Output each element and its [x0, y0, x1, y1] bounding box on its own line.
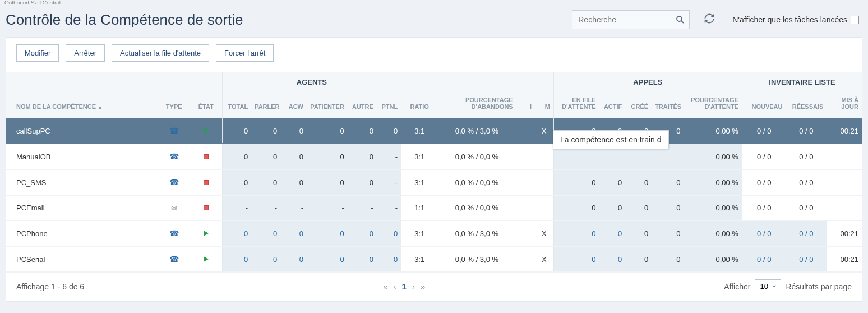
- cell-queued: 0: [553, 195, 599, 220]
- cell-m: [535, 169, 553, 195]
- cell-retries: 0 / 0: [786, 144, 827, 169]
- stop-button[interactable]: Arrêter: [66, 44, 105, 62]
- cell-new: 0 / 0: [742, 169, 786, 195]
- cell-m: [535, 144, 553, 169]
- page-last-icon[interactable]: »: [421, 282, 425, 291]
- cell-name: PCSerial: [6, 246, 158, 272]
- cell-other: 0: [348, 220, 377, 246]
- cell-queued: 0: [553, 246, 599, 272]
- col-type[interactable]: TYPE: [158, 92, 190, 118]
- col-abandon[interactable]: POURCENTAGE D'ABANDONS: [437, 92, 516, 118]
- cell-other: -: [348, 195, 377, 220]
- cell-abandon: 0,0 % / 0,0 %: [437, 195, 516, 220]
- cell-waitpct: 0,00 %: [684, 144, 742, 169]
- table-row[interactable]: PCEmail✉------1:10,0 % / 0,0 %00000,00 %…: [6, 195, 862, 220]
- col-ptnl[interactable]: PTNL: [377, 92, 401, 118]
- cell-state: [190, 169, 222, 195]
- cell-waitpct: 0,00 %: [684, 220, 742, 246]
- cell-active: 0: [599, 195, 625, 220]
- col-m[interactable]: M: [535, 92, 553, 118]
- cell-updated: 00:21: [827, 220, 862, 246]
- cell-i: [516, 246, 535, 272]
- cell-abandon: 0,0 % / 0,0 %: [437, 169, 516, 195]
- cell-ptnl: -: [377, 169, 401, 195]
- cell-total: 0: [222, 246, 251, 272]
- cell-state: [190, 195, 222, 220]
- cell-updated: [827, 195, 862, 220]
- cell-waiting: 0: [307, 118, 348, 144]
- cell-i: [516, 144, 535, 169]
- table-row[interactable]: ManualOB☎00000-3:10,0 % / 0,0 %0,00 %0 /…: [6, 144, 862, 169]
- cell-handled: 0: [652, 169, 684, 195]
- page-size-select[interactable]: 10: [755, 279, 781, 293]
- col-waiting[interactable]: PATIENTER: [307, 92, 348, 118]
- mail-icon: ✉: [171, 204, 177, 212]
- cell-acw: 0: [280, 246, 307, 272]
- state-running-icon: [204, 231, 209, 236]
- cell-talking: 0: [251, 246, 280, 272]
- group-ratio: [401, 72, 554, 92]
- col-handled[interactable]: TRAITÉS: [652, 92, 684, 118]
- show-only-launched-checkbox[interactable]: [851, 16, 859, 24]
- cell-type: ☎: [158, 144, 190, 169]
- cell-talking: 0: [251, 169, 280, 195]
- cell-queued: 0: [553, 220, 599, 246]
- col-active[interactable]: ACTIF: [599, 92, 625, 118]
- col-state[interactable]: ÉTAT: [190, 92, 222, 118]
- table-row[interactable]: PCSerial☎0000003:10,0 % / 3,0 %X00000,00…: [6, 246, 862, 272]
- page-prev-icon[interactable]: ‹: [394, 282, 396, 291]
- col-other[interactable]: AUTRE: [348, 92, 377, 118]
- page-first-icon[interactable]: «: [383, 282, 387, 291]
- col-i[interactable]: I: [516, 92, 535, 118]
- cell-i: [516, 195, 535, 220]
- col-acw[interactable]: ACW: [280, 92, 307, 118]
- table-row[interactable]: callSupPC☎0000003:10,0 % / 3,0 %X00000,0…: [6, 118, 862, 144]
- col-new[interactable]: NOUVEAU: [742, 92, 786, 118]
- svg-point-0: [677, 16, 682, 21]
- cell-active: 0: [599, 246, 625, 272]
- cell-state: [190, 246, 222, 272]
- cell-abandon: 0,0 % / 3,0 %: [437, 246, 516, 272]
- sort-asc-icon: ▲: [98, 104, 103, 110]
- refresh-button[interactable]: [700, 10, 719, 29]
- col-queued[interactable]: EN FILE D'ATTENTE: [553, 92, 599, 118]
- search-icon[interactable]: [674, 13, 686, 26]
- col-ratio[interactable]: RATIO: [401, 92, 438, 118]
- force-stop-button[interactable]: Forcer l'arrêt: [216, 44, 274, 62]
- cell-total: 0: [222, 144, 251, 169]
- group-calls: APPELS: [553, 72, 742, 92]
- group-inventory: INVENTAIRE LISTE: [742, 72, 862, 92]
- cell-waiting: 0: [307, 144, 348, 169]
- cell-new: 0 / 0: [742, 246, 786, 272]
- table-row[interactable]: PCPhone☎0000003:10,0 % / 3,0 %X00000,00 …: [6, 220, 862, 246]
- col-retries[interactable]: RÉESSAIS: [786, 92, 827, 118]
- cell-new: 0 / 0: [742, 118, 786, 144]
- col-skill-name[interactable]: NOM DE LA COMPÉTENCE▲: [6, 92, 158, 118]
- state-stopped-icon: [204, 205, 209, 210]
- cell-waiting: 0: [307, 220, 348, 246]
- cell-acw: 0: [280, 169, 307, 195]
- results-label: Résultats par page: [786, 282, 852, 291]
- show-label: Afficher: [724, 282, 750, 291]
- cell-total: 0: [222, 169, 251, 195]
- col-waitpct[interactable]: POURCENTAGE D'ATTENTE: [684, 92, 742, 118]
- refresh-queue-button[interactable]: Actualiser la file d'attente: [112, 44, 209, 62]
- page-title: Contrôle de la Compétence de sortie: [6, 11, 243, 29]
- col-talking[interactable]: PARLER: [251, 92, 280, 118]
- col-total[interactable]: TOTAL: [222, 92, 251, 118]
- col-updated[interactable]: MIS À JOUR: [827, 92, 862, 118]
- show-only-launched-label: N'afficher que les tâches lancées: [732, 15, 847, 24]
- table-row[interactable]: PC_SMS☎00000-3:10,0 % / 0,0 %00000,00 %0…: [6, 169, 862, 195]
- state-stopped-icon: [204, 154, 209, 159]
- modify-button[interactable]: Modifier: [16, 44, 59, 62]
- cell-name: PCEmail: [6, 195, 158, 220]
- cell-new: 0 / 0: [742, 195, 786, 220]
- cell-updated: [827, 144, 862, 169]
- cell-i: [516, 169, 535, 195]
- cell-ptnl: -: [377, 144, 401, 169]
- col-created[interactable]: CRÉÉ: [625, 92, 652, 118]
- cell-other: 0: [348, 169, 377, 195]
- search-input[interactable]: [572, 10, 690, 29]
- cell-talking: 0: [251, 144, 280, 169]
- page-next-icon[interactable]: ›: [412, 282, 415, 291]
